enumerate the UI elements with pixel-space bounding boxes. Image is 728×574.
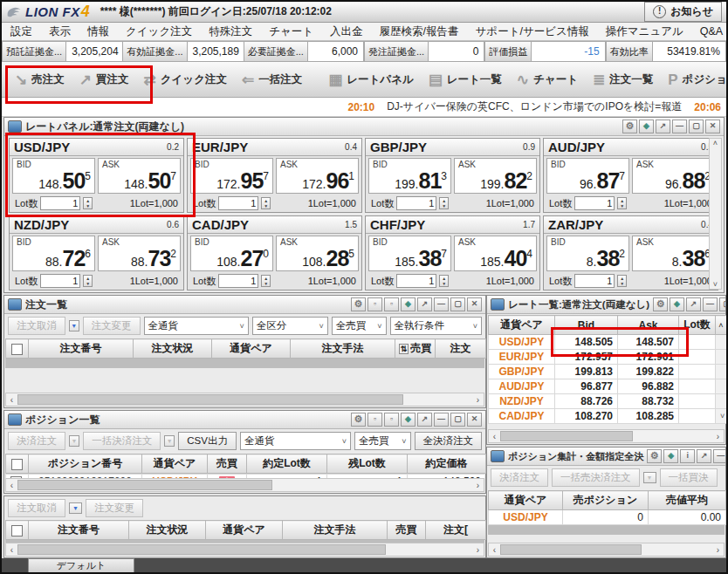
maximize-icon[interactable]: ▢ [450,413,465,427]
bid-cell[interactable]: 199.813 [555,365,618,379]
rate-row-audjpy[interactable]: AUD/JPY 96.877 96.882 [489,379,727,394]
col-lot[interactable]: Lot数 [679,316,716,335]
bid-cell[interactable]: 96.877 [555,379,618,394]
lot-input-cell[interactable] [679,335,716,350]
order-cancel-button[interactable]: 注文取消 [8,499,65,517]
rate-panel-button[interactable]: ▦ レートパネル [322,68,420,92]
menu-quick-order[interactable]: クイック注文 [126,24,192,39]
scrollbar-thumb[interactable] [500,431,633,441]
rate-row-cadjpy[interactable]: CAD/JPY 108.270 108.285 ˅ [489,409,727,424]
bid-quote-button[interactable]: BID 108.270 [190,236,273,271]
checkbox-icon[interactable] [11,344,23,355]
scroll-track[interactable] [716,394,727,409]
ask-quote-button[interactable]: ASK 108.285 [276,236,359,271]
bid-quote-button[interactable]: BID 88.726 [12,236,95,271]
buy-order-button[interactable]: ↗ 買注文 [73,68,135,92]
lot-input[interactable]: 1 [218,274,258,288]
bid-quote-button[interactable]: BID 185.387 [368,236,451,271]
scroll-right-icon[interactable]: › [472,395,484,405]
minimize-icon[interactable]: — [672,120,687,133]
col-currency-pair[interactable]: 通貨ペア [206,521,283,540]
ask-quote-button[interactable]: ASK 88.732 [98,236,181,271]
lot-input-cell[interactable] [679,365,716,379]
side-filter-select[interactable]: 全売買 ˅ [354,432,411,450]
close-order-button[interactable]: 決済注文 [491,468,548,487]
maximize-icon[interactable]: ▢ [719,297,725,311]
ask-cell[interactable]: 108.285 [618,409,679,424]
bid-cell[interactable]: 108.270 [555,409,618,424]
minimize-icon[interactable]: — [713,449,725,463]
scroll-left-icon[interactable]: ‹ [6,395,17,405]
scroll-right-icon[interactable]: › [712,432,724,441]
lot-spinner[interactable]: ▲▼ [617,197,627,209]
gear-icon[interactable]: ⚙ [647,449,662,463]
ask-quote-button[interactable]: ASK 185.404 [454,236,537,271]
rate-list-scroll-up[interactable]: ˄ [716,316,727,335]
minimize-icon[interactable]: — [434,413,449,427]
order-bottom-hscrollbar[interactable]: ‹ › [5,543,484,557]
notice-button[interactable]: ! お知らせ [644,2,722,22]
design-icon[interactable]: ◈ [401,297,416,311]
col-order-method[interactable]: 注文手法 [283,521,388,540]
close-icon[interactable]: ✕ [705,120,720,133]
ask-cell[interactable]: 96.882 [618,379,679,394]
popout-icon[interactable]: ↗ [417,297,432,311]
minimize-icon[interactable]: — [434,297,449,311]
menu-manual[interactable]: 操作マニュアル [606,24,683,39]
rate-row-nzdjpy[interactable]: NZD/JPY 88.726 88.732 [489,394,727,409]
order-list-hscrollbar[interactable]: ‹ › [5,393,484,407]
menu-info[interactable]: 情報 [87,24,109,39]
bulk-buy-close-button[interactable]: 一括買決 [660,468,718,487]
col-side[interactable]: 売買 [388,521,426,540]
ask-quote-button[interactable]: ASK 172.961 [276,158,359,194]
lot-spinner[interactable]: ▲▼ [83,197,93,209]
scroll-right-icon[interactable]: › [712,545,724,555]
lot-input[interactable]: 1 [574,196,615,210]
design-icon[interactable]: ◈ [401,413,416,427]
bid-quote-button[interactable]: BID 96.877 [546,158,629,194]
col-side[interactable]: ⇅売買 [395,339,436,359]
batch-order-button[interactable]: ⇐ 一括注文 [236,68,308,92]
menu-view[interactable]: 表示 [49,24,71,39]
layout-tab-default[interactable]: デフォルト [28,558,134,572]
ask-cell[interactable]: 148.507 [618,335,679,350]
bid-cell[interactable]: 148.505 [555,335,618,350]
lot-input-cell[interactable] [679,350,716,365]
bid-quote-button[interactable]: BID 148.505 [12,158,95,194]
position-summary-hscrollbar[interactable]: ‹ › [488,543,725,557]
scrollbar-thumb[interactable] [500,544,642,555]
quick-order-button[interactable]: ⇄ クイック注文 [138,68,233,92]
popout-icon[interactable]: ↗ [697,449,711,463]
select-all-checkbox-header[interactable] [6,339,29,359]
scroll-left-icon[interactable]: ‹ [489,432,500,441]
order-cancel-dropdown[interactable]: ▼ [69,502,82,514]
lot-input[interactable]: 1 [574,274,615,288]
popout-icon[interactable]: ↗ [417,413,432,427]
csv-export-button[interactable]: CSV出力 [178,432,237,450]
scrollbar-thumb[interactable] [17,544,386,555]
lot-spinner[interactable]: ▲▼ [83,275,93,287]
col-side[interactable]: 売買 [208,454,247,474]
sell-position-cell[interactable]: 0 [563,510,649,525]
layout-icon[interactable]: ▫ [367,297,382,311]
col-order-status[interactable]: 注文状況 [129,521,206,540]
close-order-dropdown[interactable]: ▼ [69,435,79,447]
rate-row-gbpjpy[interactable]: GBP/JPY 199.813 199.822 [489,365,727,379]
col-order-number[interactable]: 注文番号 [29,521,129,540]
bulk-sell-close-dropdown[interactable]: ▼ [643,472,656,483]
lot-input[interactable]: 1 [396,196,436,210]
currency-filter-select[interactable]: 全通貨 ˅ [144,317,249,335]
pair-cell[interactable]: USD/JPY [489,335,555,350]
rate-list-scroll-down[interactable]: ˅ [716,409,727,424]
gear-icon[interactable]: ⚙ [351,413,366,427]
lot-input[interactable]: 1 [40,274,80,288]
pair-cell[interactable]: NZD/JPY [489,394,555,409]
col-exec-lot[interactable]: 約定Lot数 [247,454,327,474]
col-order-method[interactable]: 注文手法 [291,339,395,359]
menu-support[interactable]: サポート/サービス情報 [476,24,589,39]
position-list-hscrollbar[interactable]: ‹ › [5,478,484,492]
checkbox-icon[interactable] [11,459,23,470]
col-sell-position[interactable]: 売ポジション [563,491,649,510]
menu-history[interactable]: 履歴検索/報告書 [380,24,459,39]
ask-cell[interactable]: 199.822 [618,365,679,379]
